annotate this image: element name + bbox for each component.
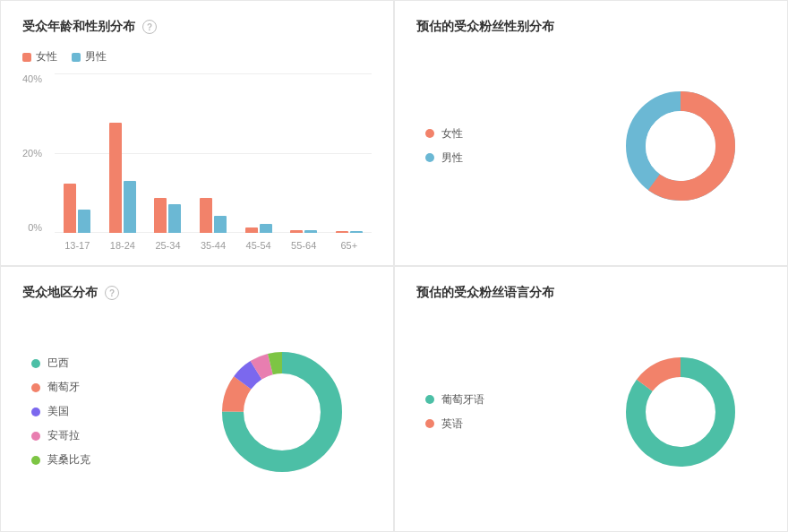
male-bar — [214, 216, 227, 234]
x-label: 65+ — [326, 240, 372, 251]
male-bar — [78, 210, 90, 233]
language-title-text: 预估的受众粉丝语言分布 — [416, 285, 554, 301]
x-label: 18-24 — [100, 240, 146, 251]
age-gender-title: 受众年龄和性别分布 ? — [22, 19, 372, 35]
x-label: 13-17 — [55, 240, 100, 251]
female-bar — [336, 231, 348, 233]
grid-line-40 — [55, 73, 372, 74]
gender-female-dot — [425, 129, 434, 138]
region-label: 葡萄牙 — [47, 380, 80, 395]
gender-donut-title: 预估的受众粉丝性别分布 — [416, 19, 766, 35]
age-gender-panel: 受众年龄和性别分布 ? 女性 男性 40% 20% 0% — [0, 0, 394, 266]
female-label: 女性 — [36, 49, 57, 64]
region-donut-svg — [210, 340, 354, 484]
bar-group — [281, 230, 327, 233]
language-title: 预估的受众粉丝语言分布 — [416, 285, 766, 301]
gender-donut-svg-wrap — [613, 79, 748, 213]
lang-label: 英语 — [441, 416, 463, 432]
gender-donut-panel: 预估的受众粉丝性别分布 女性 男性 — [394, 0, 788, 266]
male-dot — [72, 53, 81, 62]
bars-area — [55, 123, 372, 234]
male-bar — [304, 230, 317, 233]
legend-male: 男性 — [72, 49, 107, 64]
region-label: 安哥拉 — [47, 428, 80, 443]
region-dot — [31, 359, 40, 368]
bar-chart-container: 女性 男性 40% 20% 0% — [22, 49, 372, 251]
lang-label: 葡萄牙语 — [441, 392, 484, 408]
male-label: 男性 — [85, 49, 107, 64]
language-legend: 葡萄牙语英语 — [425, 392, 484, 432]
bar-group — [100, 123, 146, 234]
lang-legend-item: 英语 — [425, 416, 484, 432]
region-dot — [31, 383, 40, 392]
bar-group — [145, 198, 191, 233]
age-gender-title-text: 受众年龄和性别分布 — [22, 19, 135, 35]
svg-point-2 — [646, 111, 715, 181]
region-legend-item: 美国 — [31, 404, 90, 419]
x-label: 35-44 — [191, 240, 236, 251]
language-donut-svg — [613, 345, 748, 479]
female-bar — [290, 230, 303, 233]
bar-group — [191, 198, 236, 233]
male-bar — [124, 181, 136, 234]
region-dot — [31, 432, 40, 441]
x-label: 45-54 — [236, 240, 281, 251]
region-panel: 受众地区分布 ? 巴西葡萄牙美国安哥拉莫桑比克 — [0, 266, 394, 532]
region-legend-item: 莫桑比克 — [31, 452, 90, 468]
female-bar — [154, 198, 167, 233]
gender-legend-female: 女性 — [425, 126, 463, 142]
gender-donut-svg — [613, 79, 748, 213]
region-donut-svg-wrap — [210, 340, 354, 484]
female-bar — [109, 123, 122, 234]
bar-group — [236, 224, 281, 233]
region-label: 美国 — [47, 404, 69, 419]
female-bar — [245, 227, 258, 234]
language-donut-content: 葡萄牙语英语 — [416, 315, 766, 517]
y-label-40: 40% — [22, 73, 42, 84]
bar-group — [55, 184, 100, 233]
x-labels: 13-1718-2425-3435-4445-5455-6465+ — [55, 240, 372, 251]
female-dot — [22, 53, 31, 62]
gender-donut-title-text: 预估的受众粉丝性别分布 — [416, 19, 554, 35]
y-axis: 40% 20% 0% — [22, 73, 46, 233]
gender-donut-content: 女性 男性 — [416, 49, 766, 251]
lang-dot — [425, 395, 434, 404]
male-bar — [260, 224, 272, 233]
gender-male-label: 男性 — [441, 150, 463, 166]
region-donut-content: 巴西葡萄牙美国安哥拉莫桑比克 — [22, 315, 372, 517]
language-panel: 预估的受众粉丝语言分布 葡萄牙语英语 — [394, 266, 788, 532]
legend-female: 女性 — [22, 49, 57, 64]
gender-female-label: 女性 — [441, 126, 463, 142]
gender-male-dot — [425, 153, 434, 162]
bar-group — [326, 231, 372, 233]
male-bar — [168, 204, 181, 234]
male-bar — [350, 231, 363, 233]
bar-chart-legend: 女性 男性 — [22, 49, 372, 64]
x-label: 25-34 — [145, 240, 191, 251]
region-dot — [31, 408, 40, 416]
region-legend: 巴西葡萄牙美国安哥拉莫桑比克 — [31, 356, 90, 468]
y-label-0: 0% — [28, 222, 42, 233]
dashboard: 受众年龄和性别分布 ? 女性 男性 40% 20% 0% — [0, 0, 788, 532]
y-label-20: 20% — [22, 148, 42, 159]
region-legend-item: 葡萄牙 — [31, 380, 90, 395]
female-bar — [200, 198, 212, 233]
region-title-text: 受众地区分布 — [22, 285, 98, 301]
language-donut-svg-wrap — [613, 345, 748, 479]
svg-point-4 — [245, 375, 319, 449]
region-label: 巴西 — [47, 356, 69, 371]
female-bar — [64, 184, 76, 233]
region-help-icon[interactable]: ? — [105, 286, 119, 300]
x-label: 55-64 — [281, 240, 327, 251]
region-label: 莫桑比克 — [47, 452, 90, 468]
bar-chart: 40% 20% 0% 13-1718-2425-3435-4445-5455-6… — [22, 73, 372, 251]
lang-legend-item: 葡萄牙语 — [425, 392, 484, 408]
region-legend-item: 安哥拉 — [31, 428, 90, 443]
region-legend-item: 巴西 — [31, 356, 90, 371]
age-gender-help-icon[interactable]: ? — [142, 20, 157, 34]
svg-point-6 — [647, 379, 714, 445]
gender-donut-legend: 女性 男性 — [425, 126, 463, 166]
lang-dot — [425, 419, 434, 428]
region-title: 受众地区分布 ? — [22, 285, 372, 301]
gender-legend-male: 男性 — [425, 150, 463, 166]
